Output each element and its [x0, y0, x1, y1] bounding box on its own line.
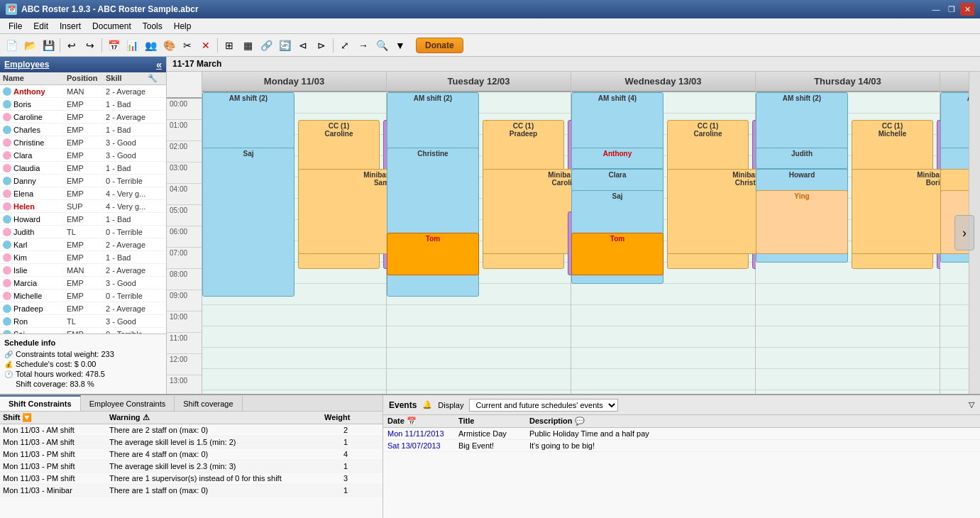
shift-block[interactable]: Anthony: [571, 148, 664, 169]
close-button[interactable]: ✕: [960, 3, 974, 16]
emp-skill-cell: 1 - Bad: [106, 164, 163, 172]
employee-row[interactable]: Danny EMP 0 - Terrible: [0, 175, 166, 187]
day-column-2: Wednesday 13/03AM shift (4)CC (1)Carolin…: [571, 72, 756, 394]
tab-employee-constraints[interactable]: Employee Constraints: [81, 395, 175, 411]
shift-block[interactable]: Ying: [756, 190, 848, 254]
emp-skill-cell: 3 - Good: [106, 317, 163, 326]
tab-shift-coverage[interactable]: Shift coverage: [175, 395, 242, 411]
toolbar-open[interactable]: 📂: [21, 37, 38, 54]
toolbar-paint[interactable]: 🎨: [160, 37, 177, 54]
money-icon: 💰: [4, 360, 13, 368]
employee-row[interactable]: Caroline EMP 2 - Average: [0, 111, 166, 123]
employee-row[interactable]: Anthony MAN 2 - Average: [0, 85, 166, 98]
employee-list: Anthony MAN 2 - Average Boris EMP 1 - Ba…: [0, 85, 166, 334]
content-area: Employees « Name Position Skill 🔧 Anthon…: [0, 57, 980, 394]
employee-row[interactable]: Clara EMP 3 - Good: [0, 149, 166, 162]
display-label: Display: [438, 401, 463, 409]
menu-edit[interactable]: Edit: [28, 20, 54, 33]
emp-pos-cell: EMP: [67, 215, 106, 224]
toolbar-prev[interactable]: ⊲: [294, 37, 312, 54]
ct-col-warning: Warning ⚠: [109, 413, 324, 422]
ct-col-shift: Shift 🔽: [3, 413, 109, 422]
employee-row[interactable]: Howard EMP 1 - Bad: [0, 213, 166, 226]
emp-pos-cell: TL: [67, 317, 106, 326]
shift-block[interactable]: Saj: [202, 148, 294, 297]
day-body-0: AM shift (2)CC (1)CarolineConf AM (1)Cla…: [202, 92, 386, 394]
tab-shift-constraints[interactable]: Shift Constraints: [0, 395, 81, 411]
toolbar-bars[interactable]: ▦: [239, 37, 256, 54]
employee-row[interactable]: Christine EMP 3 - Good: [0, 136, 166, 149]
donate-button[interactable]: Donate: [416, 38, 463, 53]
shift-block[interactable]: Judith: [756, 148, 848, 169]
employee-row[interactable]: Michelle EMP 0 - Terrible: [0, 290, 166, 302]
event-date: Mon 11/11/2013: [387, 429, 458, 438]
employee-row[interactable]: Saj EMP 0 - Terrible: [0, 328, 166, 334]
employee-row[interactable]: Helen SUP 4 - Very g...: [0, 200, 166, 213]
employee-row[interactable]: Karl EMP 2 - Average: [0, 238, 166, 251]
menu-help[interactable]: Help: [168, 20, 197, 33]
toolbar-scissors[interactable]: ✂: [179, 37, 196, 54]
toolbar-persons[interactable]: 👥: [142, 37, 159, 54]
events-collapse-icon[interactable]: ▽: [969, 400, 974, 409]
emp-skill-cell: 3 - Good: [106, 279, 163, 287]
shift-block[interactable]: Tom: [387, 233, 479, 275]
employee-row[interactable]: Boris EMP 1 - Bad: [0, 98, 166, 111]
toolbar-link[interactable]: 🔗: [258, 37, 275, 54]
toolbar-grid[interactable]: ⊞: [221, 37, 238, 54]
restore-button[interactable]: ❐: [945, 3, 959, 16]
clock-icon: 🕐: [4, 370, 13, 378]
menu-file[interactable]: File: [3, 20, 28, 33]
shift-block[interactable]: Tom: [571, 233, 664, 275]
emp-name-text: Islie: [13, 266, 28, 275]
day-header-1: Tuesday 12/03: [387, 72, 571, 92]
toolbar-next[interactable]: ⊳: [313, 37, 330, 54]
time-row: [756, 305, 940, 326]
ct-col-weight: Weight: [324, 413, 367, 422]
menu-document[interactable]: Document: [87, 20, 137, 33]
collapse-icon[interactable]: «: [156, 59, 162, 70]
toolbar-new[interactable]: 📄: [3, 37, 20, 54]
employee-row[interactable]: Islie MAN 2 - Average: [0, 264, 166, 277]
menu-insert[interactable]: Insert: [54, 20, 87, 33]
time-column: 00:0001:0002:0003:0004:0005:0006:0007:00…: [167, 72, 202, 394]
employee-row[interactable]: Pradeep EMP 2 - Average: [0, 302, 166, 315]
employee-row[interactable]: Ron TL 3 - Good: [0, 315, 166, 328]
display-select[interactable]: Current and future schedules' events: [469, 399, 618, 412]
menu-tools[interactable]: Tools: [137, 20, 168, 33]
employee-row[interactable]: Kim EMP 1 - Bad: [0, 251, 166, 264]
employee-row[interactable]: Charles EMP 1 - Bad: [0, 123, 166, 136]
employee-row[interactable]: Marcia EMP 3 - Good: [0, 277, 166, 290]
date-range-bar: 11-17 March: [167, 57, 980, 72]
constraint-row: Mon 11/03 - PM shift There are 4 staff o…: [0, 448, 382, 461]
toolbar-calendar[interactable]: 📅: [105, 37, 122, 54]
ct-weight: 1: [324, 486, 367, 495]
toolbar-delete[interactable]: ✕: [197, 37, 214, 54]
ct-weight: 2: [324, 426, 367, 434]
next-day-arrow[interactable]: ›: [954, 215, 974, 250]
minimize-button[interactable]: —: [929, 3, 943, 16]
toolbar-zoom-arrow[interactable]: ▼: [392, 37, 409, 54]
employee-row[interactable]: Elena EMP 4 - Very g...: [0, 187, 166, 200]
app-icon: 📅: [6, 4, 17, 15]
toolbar-expand[interactable]: ⤢: [336, 37, 353, 54]
toolbar-save[interactable]: 💾: [40, 37, 57, 54]
schedule-info-title: Schedule info: [4, 338, 162, 347]
toolbar-redo[interactable]: ↪: [82, 37, 99, 54]
ct-col-scroll: [367, 413, 380, 422]
toolbar-arrow[interactable]: →: [355, 37, 372, 54]
constraints-tabs: Shift Constraints Employee Constraints S…: [0, 395, 382, 412]
evt-col-date: Date 📅: [387, 417, 458, 426]
time-row: [940, 348, 969, 369]
day-column-3: Thursday 14/03AM shift (2)CC (1)Michelle…: [756, 72, 940, 394]
ct-warning: There are 4 staff on (max: 0): [109, 450, 324, 458]
toolbar-chart[interactable]: 📊: [123, 37, 141, 54]
menu-bar: File Edit Insert Document Tools Help: [0, 18, 980, 34]
emp-skill-cell: 3 - Good: [106, 138, 163, 147]
toolbar-refresh[interactable]: 🔄: [276, 37, 293, 54]
employee-row[interactable]: Judith TL 0 - Terrible: [0, 226, 166, 238]
employee-row[interactable]: Claudia EMP 1 - Bad: [0, 162, 166, 175]
toolbar-zoom[interactable]: 🔍: [373, 37, 390, 54]
event-description: It's going to be big!: [529, 441, 976, 450]
toolbar-undo[interactable]: ↩: [63, 37, 80, 54]
ct-shift: Mon 11/03 - PM shift: [3, 462, 109, 470]
